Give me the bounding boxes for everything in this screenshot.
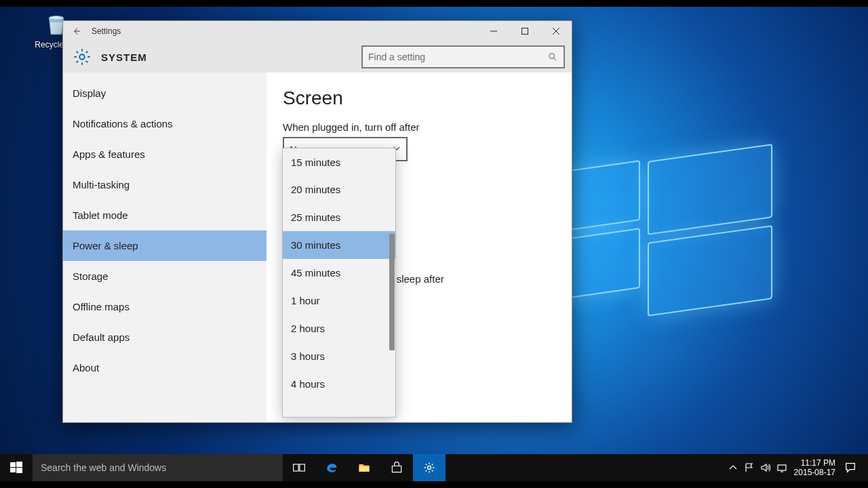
- scrollbar-thumb[interactable]: [389, 234, 395, 350]
- dropdown-option[interactable]: 3 hours: [283, 342, 395, 370]
- back-button[interactable]: [63, 21, 90, 41]
- taskbar-clock[interactable]: 11:17 PM 2015-08-17: [794, 458, 835, 477]
- search-placeholder: Find a setting: [368, 52, 547, 62]
- settings-window: Settings SYSTEM Find a setting: [62, 20, 572, 423]
- close-icon: [552, 27, 560, 35]
- clock-date: 2015-08-17: [794, 468, 835, 477]
- svg-rect-7: [16, 468, 22, 473]
- maximize-button[interactable]: [509, 21, 540, 41]
- window-header: SYSTEM Find a setting: [63, 41, 572, 73]
- dropdown-option-label: 3 hours: [291, 350, 325, 362]
- sidebar-item-label: Tablet mode: [73, 209, 128, 221]
- svg-point-3: [549, 54, 555, 59]
- task-view-icon: [292, 461, 306, 474]
- dropdown-option[interactable]: 1 hour: [283, 287, 395, 314]
- dropdown-option[interactable]: 2 hours: [283, 314, 395, 342]
- dropdown-option-label: 15 minutes: [291, 157, 340, 168]
- close-button[interactable]: [540, 21, 572, 41]
- sidebar-item-tablet-mode[interactable]: Tablet mode: [63, 200, 267, 230]
- sidebar-item-offline-maps[interactable]: Offline maps: [63, 291, 267, 322]
- dropdown-option-label: 4 hours: [291, 378, 325, 390]
- svg-rect-12: [778, 465, 786, 470]
- dropdown-option-label: 30 minutes: [291, 239, 340, 251]
- tray-flag[interactable]: [741, 454, 757, 481]
- sidebar-item-display[interactable]: Display: [63, 78, 267, 108]
- clock-time: 11:17 PM: [794, 458, 835, 468]
- taskbar-app-explorer[interactable]: [348, 454, 380, 481]
- sidebar-item-about[interactable]: About: [63, 352, 267, 383]
- svg-rect-5: [16, 462, 22, 467]
- screen-off-dropdown[interactable]: 15 minutes 20 minutes 25 minutes 30 minu…: [282, 148, 396, 418]
- sidebar-item-multitasking[interactable]: Multi-tasking: [63, 169, 267, 200]
- tray-network[interactable]: [774, 454, 790, 481]
- titlebar[interactable]: Settings: [63, 21, 572, 41]
- taskbar-app-edge[interactable]: [315, 454, 348, 481]
- page-heading: Screen: [283, 87, 555, 109]
- sidebar-item-default-apps[interactable]: Default apps: [63, 322, 267, 352]
- arrow-left-icon: [71, 26, 82, 37]
- action-center-button[interactable]: [837, 454, 864, 481]
- sidebar-item-power-sleep[interactable]: Power & sleep: [63, 230, 267, 261]
- sidebar-item-apps[interactable]: Apps & features: [63, 139, 267, 169]
- dropdown-option[interactable]: 4 hours: [283, 370, 395, 398]
- dropdown-option-label: 1 hour: [291, 295, 320, 306]
- speaker-icon: [760, 462, 771, 473]
- dropdown-option[interactable]: 30 minutes: [283, 231, 395, 259]
- taskbar-search-placeholder: Search the web and Windows: [41, 462, 166, 473]
- search-input[interactable]: Find a setting: [361, 45, 565, 68]
- sidebar-item-notifications[interactable]: Notifications & actions: [63, 108, 267, 139]
- svg-rect-9: [300, 464, 305, 471]
- sidebar-item-storage[interactable]: Storage: [63, 261, 267, 291]
- wallpaper-windows-logo: [556, 142, 780, 291]
- flag-icon: [744, 462, 755, 473]
- section-title: SYSTEM: [101, 52, 147, 63]
- sidebar-item-label: Default apps: [73, 331, 130, 343]
- search-icon: [547, 52, 558, 62]
- svg-rect-6: [10, 468, 16, 472]
- sidebar-item-label: Storage: [73, 270, 108, 282]
- dropdown-option[interactable]: 25 minutes: [283, 203, 395, 231]
- maximize-icon: [521, 27, 529, 35]
- dropdown-scrollbar[interactable]: [389, 148, 395, 417]
- windows-icon: [10, 462, 22, 474]
- window-title: Settings: [92, 26, 121, 36]
- sidebar-item-label: About: [73, 362, 99, 373]
- taskbar-app-settings[interactable]: [413, 454, 446, 481]
- sidebar-item-label: Apps & features: [73, 148, 145, 160]
- svg-rect-4: [10, 462, 16, 467]
- task-view-button[interactable]: [283, 454, 315, 481]
- dropdown-option[interactable]: 45 minutes: [283, 259, 395, 287]
- dropdown-option[interactable]: 20 minutes: [283, 176, 395, 203]
- sidebar-item-label: Power & sleep: [73, 240, 138, 251]
- dropdown-option-label: 2 hours: [291, 323, 325, 334]
- minimize-button[interactable]: [478, 21, 509, 41]
- svg-rect-1: [522, 28, 528, 35]
- svg-point-0: [50, 16, 64, 20]
- network-icon: [776, 462, 787, 473]
- taskbar-search[interactable]: Search the web and Windows: [33, 454, 283, 481]
- chevron-up-icon: [728, 462, 738, 473]
- system-tray: 11:17 PM 2015-08-17: [725, 454, 868, 481]
- dropdown-option-label: 45 minutes: [291, 267, 340, 279]
- gear-icon: [73, 47, 92, 66]
- edge-icon: [325, 461, 338, 474]
- svg-rect-8: [294, 464, 299, 471]
- taskbar-app-store[interactable]: [380, 454, 413, 481]
- sidebar-item-label: Display: [73, 87, 106, 99]
- dropdown-option-label: 20 minutes: [291, 184, 340, 195]
- file-explorer-icon: [357, 461, 371, 474]
- tray-volume[interactable]: [757, 454, 774, 481]
- sidebar-item-label: Notifications & actions: [73, 118, 173, 129]
- svg-rect-10: [359, 466, 370, 472]
- sidebar-item-label: Offline maps: [73, 301, 130, 312]
- start-button[interactable]: [0, 454, 33, 481]
- minimize-icon: [490, 27, 498, 35]
- taskbar: Search the web and Windows 11:17 PM 2015…: [0, 454, 868, 481]
- svg-point-11: [428, 466, 431, 470]
- dropdown-option-label: 25 minutes: [291, 211, 340, 223]
- tray-overflow[interactable]: [725, 454, 741, 481]
- svg-point-2: [79, 54, 84, 59]
- sidebar: Display Notifications & actions Apps & f…: [63, 73, 267, 422]
- gear-icon: [422, 461, 436, 474]
- dropdown-option[interactable]: 15 minutes: [283, 148, 395, 176]
